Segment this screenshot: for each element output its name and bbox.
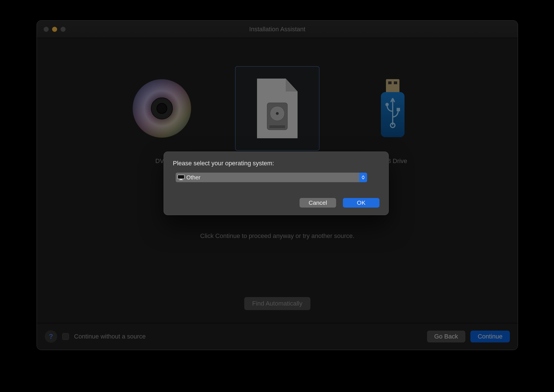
os-select-dropdown[interactable]: Other: [176, 173, 367, 182]
svg-rect-17: [178, 175, 184, 179]
installation-assistant-window: Installation Assistant: [37, 20, 518, 350]
modal-ok-button[interactable]: OK: [343, 198, 379, 208]
modal-cancel-button[interactable]: Cancel: [300, 198, 336, 208]
monitor-icon: [177, 175, 185, 180]
os-select-value: Other: [186, 174, 200, 181]
dropdown-stepper-icon: [359, 173, 367, 182]
os-selection-modal: Please select your operating system: Oth…: [164, 152, 389, 215]
svg-rect-19: [179, 180, 183, 180]
modal-prompt: Please select your operating system:: [173, 160, 379, 167]
svg-rect-18: [180, 179, 182, 180]
